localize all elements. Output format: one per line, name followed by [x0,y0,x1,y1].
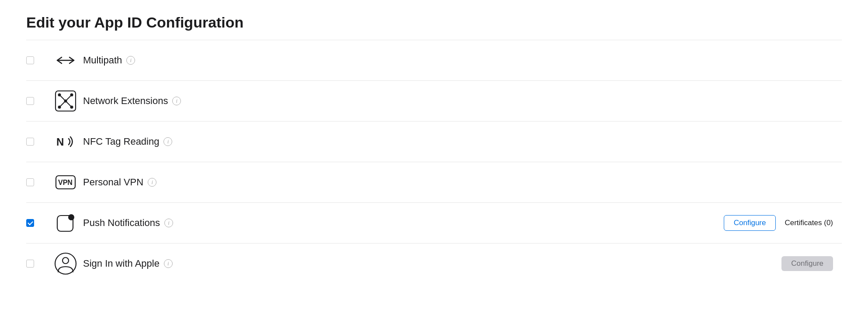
capability-label-nfc-tag-reading: NFC Tag Reading [83,136,159,147]
checkbox-personal-vpn[interactable] [26,178,34,186]
actions-col-push-notifications: Configure Certificates (0) [724,215,833,231]
checkbox-multipath[interactable] [26,56,34,64]
sign-in-with-apple-icon [53,251,78,276]
capability-row-personal-vpn: VPN Personal VPN i [26,162,842,202]
svg-text:VPN: VPN [58,179,73,186]
svg-text:N: N [56,136,64,148]
svg-line-7 [61,96,65,100]
svg-point-4 [70,94,73,97]
label-col-sign-in-with-apple: Sign In with Apple i [83,258,781,269]
capability-row-network-extensions: Network Extensions i [26,80,842,121]
svg-point-6 [70,106,73,109]
configure-button-push-notifications[interactable]: Configure [724,215,776,231]
capability-label-push-notifications: Push Notifications [83,217,160,229]
info-icon-sign-in-with-apple[interactable]: i [164,259,173,268]
info-icon-multipath[interactable]: i [126,56,135,65]
checkbox-push-notifications[interactable] [26,219,34,227]
configure-button-sign-in-with-apple: Configure [781,256,833,271]
checkbox-col-personal-vpn [26,178,48,186]
capability-label-personal-vpn: Personal VPN [83,177,143,188]
nfc-icon: N [53,129,78,154]
checkbox-col-network-extensions [26,97,48,105]
page-container: Edit your App ID Configuration [0,0,868,284]
info-icon-nfc-tag-reading[interactable]: i [163,137,172,146]
svg-point-15 [68,214,74,220]
checkbox-sign-in-with-apple[interactable] [26,260,34,268]
capability-label-sign-in-with-apple: Sign In with Apple [83,258,160,269]
capability-row-multipath: Multipath i [26,40,842,80]
push-notifications-icon [53,211,78,235]
icon-col-multipath [48,48,83,73]
checkbox-col-sign-in-with-apple [26,260,48,268]
svg-line-10 [67,102,71,106]
icon-col-nfc-tag-reading: N [48,129,83,154]
label-col-nfc-tag-reading: NFC Tag Reading i [83,136,842,147]
icon-col-sign-in-with-apple [48,251,83,276]
label-col-network-extensions: Network Extensions i [83,95,842,107]
svg-line-9 [61,102,65,106]
capability-row-push-notifications: Push Notifications i Configure Certifica… [26,202,842,243]
network-extensions-icon [53,89,78,113]
capability-row-sign-in-with-apple: Sign In with Apple i Configure [26,243,842,284]
svg-point-2 [64,100,67,103]
actions-col-sign-in-with-apple: Configure [781,256,833,271]
icon-col-personal-vpn: VPN [48,170,83,195]
vpn-icon: VPN [53,170,78,195]
multipath-icon [53,48,78,73]
capabilities-list: Multipath i [26,40,842,284]
label-col-personal-vpn: Personal VPN i [83,177,842,188]
capability-label-multipath: Multipath [83,55,122,66]
checkbox-col-push-notifications [26,219,48,227]
info-icon-personal-vpn[interactable]: i [148,178,156,187]
checkbox-col-multipath [26,56,48,64]
svg-point-3 [58,94,61,97]
info-icon-network-extensions[interactable]: i [172,97,181,105]
icon-col-network-extensions [48,89,83,113]
icon-col-push-notifications [48,211,83,235]
label-col-push-notifications: Push Notifications i [83,217,724,229]
label-col-multipath: Multipath i [83,55,842,66]
checkbox-nfc-tag-reading[interactable] [26,138,34,146]
svg-point-5 [58,106,61,109]
capability-row-nfc-tag-reading: N NFC Tag Reading i [26,121,842,162]
certificates-label-push-notifications: Certificates (0) [785,219,833,227]
svg-line-8 [67,96,71,100]
page-title: Edit your App ID Configuration [26,14,842,31]
capability-label-network-extensions: Network Extensions [83,95,168,107]
checkbox-col-nfc-tag-reading [26,138,48,146]
svg-point-17 [62,257,69,264]
info-icon-push-notifications[interactable]: i [164,219,173,227]
checkbox-network-extensions[interactable] [26,97,34,105]
